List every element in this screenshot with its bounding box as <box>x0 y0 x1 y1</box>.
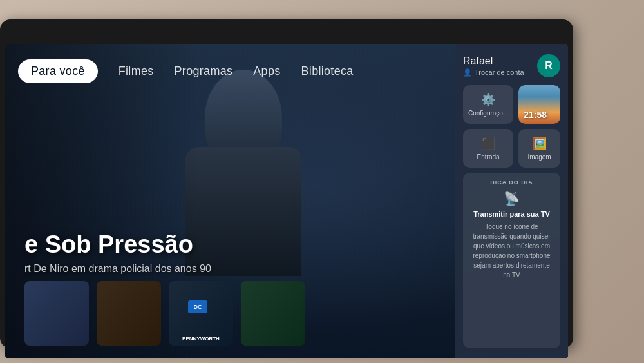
input-icon: ⬛ <box>481 137 495 151</box>
switch-account[interactable]: 👤 Trocar de conta <box>463 68 524 77</box>
nav-item-apps[interactable]: Apps <box>253 64 280 78</box>
tile-clock[interactable]: 21:58 <box>518 85 560 124</box>
image-label: Imagem <box>528 153 551 161</box>
thumbnail-1[interactable] <box>24 281 89 346</box>
dica-text: Toque no ícone de transmissão quando qui… <box>469 222 554 280</box>
dc-logo: DC <box>188 300 207 313</box>
user-section: Rafael 👤 Trocar de conta R <box>463 54 560 77</box>
thumbnail-2[interactable] <box>97 281 161 346</box>
clock-time: 21:58 <box>524 110 547 120</box>
tile-input[interactable]: ⬛ Entrada <box>463 129 513 168</box>
settings-label: Configuraço... <box>468 110 508 117</box>
nav-item-filmes[interactable]: Filmes <box>118 64 154 78</box>
cast-icon: 📡 <box>504 191 520 206</box>
settings-icon: ⚙️ <box>481 93 495 107</box>
user-info: Rafael 👤 Trocar de conta <box>463 55 524 77</box>
thumbnail-row: DC <box>24 281 305 346</box>
dica-heading: Transmitir para sua TV <box>473 210 550 218</box>
tiles-grid: ⚙️ Configuraço... 21:58 ⬛ Entrada <box>463 85 560 168</box>
image-icon: 🖼️ <box>533 137 547 151</box>
input-label: Entrada <box>477 153 500 161</box>
tv-bezel: Para você Filmes Programas Apps Bibliote… <box>0 19 573 348</box>
navigation-bar: Para você Filmes Programas Apps Bibliote… <box>18 59 452 83</box>
thumbnail-pennyworth[interactable]: DC <box>169 281 233 346</box>
nav-item-para-voce[interactable]: Para você <box>18 59 98 83</box>
user-name: Rafael <box>463 55 524 67</box>
tv-screen: Para você Filmes Programas Apps Bibliote… <box>5 44 568 358</box>
side-panel: Rafael 👤 Trocar de conta R ⚙️ Configuraç… <box>455 44 568 358</box>
clock-background: 21:58 <box>518 85 560 124</box>
tile-image[interactable]: 🖼️ Imagem <box>518 129 560 168</box>
dica-section: DICA DO DIA 📡 Transmitir para sua TV Toq… <box>463 173 560 348</box>
dica-content: 📡 Transmitir para sua TV Toque no ícone … <box>469 191 554 280</box>
dica-title: DICA DO DIA <box>469 179 554 186</box>
hero-subtitle: rt De Niro em drama policial dos anos 90 <box>24 263 211 275</box>
person-icon: 👤 <box>463 68 472 77</box>
user-avatar[interactable]: R <box>537 54 560 77</box>
hero-title: e Sob Pressão <box>24 231 193 259</box>
nav-item-programas[interactable]: Programas <box>175 64 233 78</box>
tile-settings[interactable]: ⚙️ Configuraço... <box>463 85 513 124</box>
switch-account-label: Trocar de conta <box>475 68 524 76</box>
character-body <box>185 147 301 276</box>
thumbnail-4[interactable] <box>241 281 305 346</box>
scene: Para você Filmes Programas Apps Bibliote… <box>0 0 644 363</box>
nav-item-biblioteca[interactable]: Biblioteca <box>301 64 354 78</box>
